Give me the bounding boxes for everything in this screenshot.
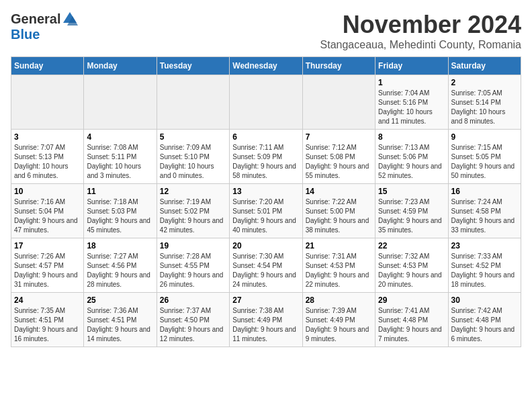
calendar-cell: 23Sunrise: 7:33 AM Sunset: 4:52 PM Dayli… bbox=[448, 238, 521, 293]
day-info: Sunrise: 7:38 AM Sunset: 4:49 PM Dayligh… bbox=[232, 306, 299, 344]
calendar-cell: 5Sunrise: 7:09 AM Sunset: 5:10 PM Daylig… bbox=[157, 130, 229, 184]
day-info: Sunrise: 7:13 AM Sunset: 5:06 PM Dayligh… bbox=[378, 143, 445, 181]
calendar-cell: 6Sunrise: 7:11 AM Sunset: 5:09 PM Daylig… bbox=[230, 130, 302, 184]
weekday-header-row: SundayMondayTuesdayWednesdayThursdayFrid… bbox=[11, 57, 521, 75]
day-info: Sunrise: 7:22 AM Sunset: 5:00 PM Dayligh… bbox=[306, 197, 372, 235]
day-number: 25 bbox=[87, 295, 153, 305]
day-number: 26 bbox=[160, 295, 226, 305]
day-number: 11 bbox=[87, 187, 153, 196]
calendar-cell: 13Sunrise: 7:20 AM Sunset: 5:01 PM Dayli… bbox=[230, 184, 302, 238]
day-info: Sunrise: 7:39 AM Sunset: 4:49 PM Dayligh… bbox=[306, 306, 372, 344]
day-info: Sunrise: 7:12 AM Sunset: 5:08 PM Dayligh… bbox=[306, 143, 372, 181]
weekday-header: Wednesday bbox=[230, 57, 302, 75]
day-info: Sunrise: 7:28 AM Sunset: 4:55 PM Dayligh… bbox=[160, 252, 226, 289]
day-number: 16 bbox=[451, 187, 518, 196]
day-info: Sunrise: 7:07 AM Sunset: 5:13 PM Dayligh… bbox=[14, 143, 81, 181]
calendar-week-row: 10Sunrise: 7:16 AM Sunset: 5:04 PM Dayli… bbox=[11, 184, 521, 238]
day-number: 28 bbox=[306, 295, 372, 305]
calendar-cell: 2Sunrise: 7:05 AM Sunset: 5:14 PM Daylig… bbox=[448, 75, 521, 130]
day-number: 27 bbox=[232, 295, 299, 305]
day-number: 8 bbox=[378, 132, 445, 142]
calendar-cell: 26Sunrise: 7:37 AM Sunset: 4:50 PM Dayli… bbox=[157, 293, 229, 347]
calendar-cell: 11Sunrise: 7:18 AM Sunset: 5:03 PM Dayli… bbox=[84, 184, 157, 238]
calendar-cell: 16Sunrise: 7:24 AM Sunset: 4:58 PM Dayli… bbox=[448, 184, 521, 238]
weekday-header: Tuesday bbox=[157, 57, 229, 75]
day-info: Sunrise: 7:37 AM Sunset: 4:50 PM Dayligh… bbox=[160, 306, 226, 344]
day-number: 17 bbox=[14, 241, 81, 250]
calendar-cell bbox=[11, 75, 84, 130]
logo-blue-text: Blue bbox=[11, 27, 40, 42]
day-number: 5 bbox=[160, 132, 226, 142]
day-number: 22 bbox=[378, 241, 445, 250]
calendar-cell bbox=[84, 75, 157, 130]
day-number: 12 bbox=[160, 187, 226, 196]
logo: General Blue bbox=[11, 11, 78, 42]
day-info: Sunrise: 7:18 AM Sunset: 5:03 PM Dayligh… bbox=[87, 197, 153, 235]
calendar-cell: 8Sunrise: 7:13 AM Sunset: 5:06 PM Daylig… bbox=[375, 130, 448, 184]
day-info: Sunrise: 7:32 AM Sunset: 4:53 PM Dayligh… bbox=[378, 252, 445, 289]
day-number: 14 bbox=[306, 187, 372, 196]
day-number: 20 bbox=[232, 241, 299, 250]
day-info: Sunrise: 7:05 AM Sunset: 5:14 PM Dayligh… bbox=[451, 89, 518, 126]
day-info: Sunrise: 7:09 AM Sunset: 5:10 PM Dayligh… bbox=[160, 143, 226, 181]
calendar-cell: 27Sunrise: 7:38 AM Sunset: 4:49 PM Dayli… bbox=[230, 293, 302, 347]
calendar-cell bbox=[157, 75, 229, 130]
calendar-cell: 28Sunrise: 7:39 AM Sunset: 4:49 PM Dayli… bbox=[302, 293, 375, 347]
calendar-cell: 1Sunrise: 7:04 AM Sunset: 5:16 PM Daylig… bbox=[375, 75, 448, 130]
logo-icon bbox=[62, 11, 78, 27]
calendar-cell bbox=[230, 75, 302, 130]
calendar-cell: 30Sunrise: 7:42 AM Sunset: 4:48 PM Dayli… bbox=[448, 293, 521, 347]
day-number: 23 bbox=[451, 241, 518, 250]
day-number: 9 bbox=[451, 132, 518, 142]
calendar-cell: 25Sunrise: 7:36 AM Sunset: 4:51 PM Dayli… bbox=[84, 293, 157, 347]
calendar-week-row: 3Sunrise: 7:07 AM Sunset: 5:13 PM Daylig… bbox=[11, 130, 521, 184]
day-info: Sunrise: 7:35 AM Sunset: 4:51 PM Dayligh… bbox=[14, 306, 81, 344]
day-number: 19 bbox=[160, 241, 226, 250]
weekday-header: Sunday bbox=[11, 57, 84, 75]
weekday-header: Friday bbox=[375, 57, 448, 75]
calendar-cell: 18Sunrise: 7:27 AM Sunset: 4:56 PM Dayli… bbox=[84, 238, 157, 293]
month-title: November 2024 bbox=[320, 11, 521, 39]
day-number: 24 bbox=[14, 295, 81, 305]
calendar-cell: 14Sunrise: 7:22 AM Sunset: 5:00 PM Dayli… bbox=[302, 184, 375, 238]
day-number: 6 bbox=[232, 132, 299, 142]
calendar-cell: 4Sunrise: 7:08 AM Sunset: 5:11 PM Daylig… bbox=[84, 130, 157, 184]
calendar-cell: 20Sunrise: 7:30 AM Sunset: 4:54 PM Dayli… bbox=[230, 238, 302, 293]
day-number: 4 bbox=[87, 132, 153, 142]
calendar-cell: 24Sunrise: 7:35 AM Sunset: 4:51 PM Dayli… bbox=[11, 293, 84, 347]
weekday-header: Thursday bbox=[302, 57, 375, 75]
calendar-cell: 19Sunrise: 7:28 AM Sunset: 4:55 PM Dayli… bbox=[157, 238, 229, 293]
day-number: 30 bbox=[451, 295, 518, 305]
location-title: Stangaceaua, Mehedinti County, Romania bbox=[320, 39, 521, 51]
calendar-cell: 12Sunrise: 7:19 AM Sunset: 5:02 PM Dayli… bbox=[157, 184, 229, 238]
day-info: Sunrise: 7:30 AM Sunset: 4:54 PM Dayligh… bbox=[232, 252, 299, 289]
weekday-header: Monday bbox=[84, 57, 157, 75]
calendar-cell: 21Sunrise: 7:31 AM Sunset: 4:53 PM Dayli… bbox=[302, 238, 375, 293]
day-number: 3 bbox=[14, 132, 81, 142]
logo-general-text: General bbox=[11, 11, 60, 27]
day-number: 1 bbox=[378, 78, 445, 87]
day-number: 18 bbox=[87, 241, 153, 250]
day-info: Sunrise: 7:27 AM Sunset: 4:56 PM Dayligh… bbox=[87, 252, 153, 289]
calendar-cell: 17Sunrise: 7:26 AM Sunset: 4:57 PM Dayli… bbox=[11, 238, 84, 293]
calendar-cell: 9Sunrise: 7:15 AM Sunset: 5:05 PM Daylig… bbox=[448, 130, 521, 184]
day-info: Sunrise: 7:16 AM Sunset: 5:04 PM Dayligh… bbox=[14, 197, 81, 235]
day-number: 10 bbox=[14, 187, 81, 196]
calendar-week-row: 24Sunrise: 7:35 AM Sunset: 4:51 PM Dayli… bbox=[11, 293, 521, 347]
day-number: 7 bbox=[306, 132, 372, 142]
day-info: Sunrise: 7:26 AM Sunset: 4:57 PM Dayligh… bbox=[14, 252, 81, 289]
day-info: Sunrise: 7:33 AM Sunset: 4:52 PM Dayligh… bbox=[451, 252, 518, 289]
calendar-cell: 22Sunrise: 7:32 AM Sunset: 4:53 PM Dayli… bbox=[375, 238, 448, 293]
day-info: Sunrise: 7:41 AM Sunset: 4:48 PM Dayligh… bbox=[378, 306, 445, 344]
day-info: Sunrise: 7:11 AM Sunset: 5:09 PM Dayligh… bbox=[232, 143, 299, 181]
day-info: Sunrise: 7:24 AM Sunset: 4:58 PM Dayligh… bbox=[451, 197, 518, 235]
title-block: November 2024 Stangaceaua, Mehedinti Cou… bbox=[320, 11, 521, 51]
day-number: 21 bbox=[306, 241, 372, 250]
calendar-cell: 3Sunrise: 7:07 AM Sunset: 5:13 PM Daylig… bbox=[11, 130, 84, 184]
day-number: 13 bbox=[232, 187, 299, 196]
calendar-cell: 7Sunrise: 7:12 AM Sunset: 5:08 PM Daylig… bbox=[302, 130, 375, 184]
day-info: Sunrise: 7:23 AM Sunset: 4:59 PM Dayligh… bbox=[378, 197, 445, 235]
calendar-cell: 29Sunrise: 7:41 AM Sunset: 4:48 PM Dayli… bbox=[375, 293, 448, 347]
calendar-week-row: 17Sunrise: 7:26 AM Sunset: 4:57 PM Dayli… bbox=[11, 238, 521, 293]
day-number: 15 bbox=[378, 187, 445, 196]
